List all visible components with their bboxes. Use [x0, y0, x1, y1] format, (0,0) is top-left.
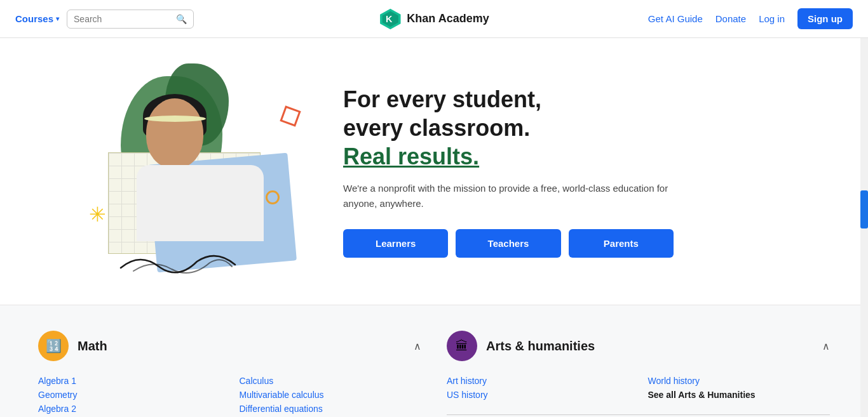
- search-icon: 🔍: [176, 14, 187, 24]
- arts-title-group: 🏛 Arts & humanities: [447, 331, 595, 361]
- arts-col1: Art history US history: [447, 374, 629, 402]
- scrollbar-track: [860, 0, 868, 417]
- arts-block: 🏛 Arts & humanities ∧ Art history US his…: [447, 331, 830, 416]
- arts-header: 🏛 Arts & humanities ∧: [447, 331, 830, 361]
- get-ai-guide-button[interactable]: Get AI Guide: [648, 13, 703, 24]
- math-icon: 🔢: [38, 331, 69, 361]
- girl-headband: [144, 116, 206, 122]
- navbar: Courses ▾ 🔍 K Khan Academy Get AI Guide …: [0, 0, 868, 38]
- nav-left: Courses ▾ 🔍: [15, 10, 194, 29]
- logo-link[interactable]: K Khan Academy: [379, 8, 489, 30]
- courses-grid: 🔢 Math ∧ Algebra 1 Geometry Algebra 2 Ca…: [38, 331, 830, 416]
- search-input[interactable]: [74, 14, 172, 24]
- math-header: 🔢 Math ∧: [38, 331, 421, 361]
- geometry-link[interactable]: Geometry: [38, 388, 220, 402]
- teachers-button[interactable]: Teachers: [456, 229, 560, 258]
- scribble-deco: [114, 249, 241, 274]
- hero-subtext: We're a nonprofit with the mission to pr…: [343, 181, 674, 211]
- girl-body: [137, 165, 264, 241]
- arts-icon: 🏛: [447, 331, 477, 361]
- scrollbar-thumb[interactable]: [860, 190, 868, 228]
- multivariable-calculus-link[interactable]: Multivariable calculus: [240, 388, 422, 402]
- arts-collapse-button[interactable]: ∧: [822, 340, 830, 352]
- arts-subject-name: Arts & humanities: [486, 339, 595, 354]
- hero-headline: For every student, every classroom. Real…: [343, 85, 674, 171]
- parents-button[interactable]: Parents: [569, 229, 674, 258]
- deco-circle-icon: [266, 190, 280, 204]
- arts-divider: [447, 414, 830, 415]
- math-icon-symbol: 🔢: [46, 338, 62, 354]
- ka-logo-icon: K: [379, 8, 402, 30]
- hero-section: ✳ For every student, every classroom. Re…: [0, 38, 868, 305]
- hero-illustration: ✳: [38, 57, 318, 286]
- math-subject-name: Math: [78, 339, 107, 354]
- learners-button[interactable]: Learners: [343, 229, 448, 258]
- arts-icon-symbol: 🏛: [456, 339, 468, 354]
- us-history-link[interactable]: US history: [447, 388, 629, 402]
- svg-text:K: K: [386, 14, 393, 24]
- arts-course-links: Art history US history World history See…: [447, 374, 830, 402]
- math-collapse-button[interactable]: ∧: [414, 340, 421, 352]
- search-box: 🔍: [67, 10, 194, 29]
- see-all-arts-link[interactable]: See all Arts & Humanities: [648, 388, 831, 402]
- math-col2: Calculus Multivariable calculus Differen…: [240, 374, 422, 416]
- login-button[interactable]: Log in: [759, 13, 785, 24]
- calculus-link[interactable]: Calculus: [240, 374, 422, 388]
- headline-line1: For every student,: [343, 86, 541, 112]
- math-course-links: Algebra 1 Geometry Algebra 2 Calculus Mu…: [38, 374, 421, 416]
- courses-button[interactable]: Courses ▾: [15, 13, 59, 24]
- signup-button[interactable]: Sign up: [797, 8, 853, 29]
- arts-col2: World history See all Arts & Humanities: [648, 374, 831, 402]
- differential-equations-link[interactable]: Differential equations: [240, 402, 422, 416]
- deco-star-icon: ✳: [89, 203, 112, 226]
- math-block: 🔢 Math ∧ Algebra 1 Geometry Algebra 2 Ca…: [38, 331, 421, 416]
- headline-line2: every classroom.: [343, 115, 530, 141]
- hero-text-area: For every student, every classroom. Real…: [343, 85, 674, 258]
- math-col1: Algebra 1 Geometry Algebra 2: [38, 374, 220, 416]
- donate-button[interactable]: Donate: [715, 13, 746, 24]
- nav-right: Get AI Guide Donate Log in Sign up: [648, 8, 853, 29]
- math-title-group: 🔢 Math: [38, 331, 107, 361]
- courses-section: 🔢 Math ∧ Algebra 1 Geometry Algebra 2 Ca…: [0, 305, 868, 417]
- cta-buttons-group: Learners Teachers Parents: [343, 229, 674, 258]
- girl-head: [146, 98, 203, 168]
- courses-chevron-icon: ▾: [56, 15, 59, 22]
- world-history-link[interactable]: World history: [648, 374, 831, 388]
- deco-square-icon: [280, 105, 301, 126]
- art-history-link[interactable]: Art history: [447, 374, 629, 388]
- headline-line3: Real results.: [343, 143, 479, 169]
- algebra1-link[interactable]: Algebra 1: [38, 374, 220, 388]
- courses-label: Courses: [15, 13, 53, 24]
- algebra2-link[interactable]: Algebra 2: [38, 402, 220, 416]
- site-name: Khan Academy: [407, 12, 489, 25]
